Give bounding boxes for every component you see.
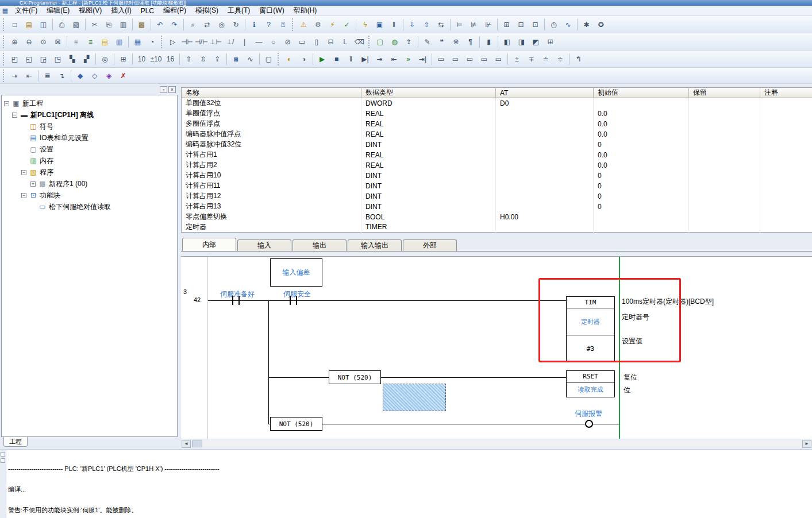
table-row[interactable]: 单圈值浮点REAL0.0 xyxy=(182,109,812,119)
cell-retain[interactable] xyxy=(689,150,760,160)
cell-name[interactable]: 计算占用12 xyxy=(182,191,361,202)
print-preview-icon[interactable]: ▧ xyxy=(70,18,83,31)
tree-item-memory[interactable]: ▥ 内存 xyxy=(2,155,177,167)
table-row[interactable]: 计算占用11DINT0 xyxy=(182,181,812,191)
horizontal-scrollbar[interactable]: ◄ ► xyxy=(181,439,812,448)
plc-settings-icon[interactable]: ⊡ xyxy=(529,18,542,31)
options-icon[interactable]: ✱ xyxy=(580,18,593,31)
monitor-view-icon[interactable]: ⊞ xyxy=(117,53,130,65)
cell-name[interactable]: 计算占用11 xyxy=(182,181,361,191)
menu-insert[interactable]: 插入(I) xyxy=(106,6,136,16)
compare-with-plc-icon[interactable]: ⇆ xyxy=(434,18,448,31)
table-row[interactable]: 单圈值32位DWORDD0 xyxy=(182,98,812,109)
table-row[interactable]: 计算占用2REAL0.0 xyxy=(182,160,812,171)
collapse-icon[interactable]: − xyxy=(12,113,17,118)
clear-marks-icon[interactable]: ✗ xyxy=(117,69,130,82)
menu-tools[interactable]: 工具(T) xyxy=(223,6,255,16)
address-list-icon[interactable]: ≣ xyxy=(41,69,54,82)
tab-internal[interactable]: 内部 xyxy=(182,238,236,251)
pause-monitor-icon[interactable]: ‖ xyxy=(387,18,401,31)
closed-contact-tool-icon[interactable]: ⊣/⊢ xyxy=(195,36,208,48)
column-header-retain[interactable]: 保留 xyxy=(689,88,760,98)
hex-monitor-icon[interactable]: 16 xyxy=(164,53,177,65)
work-area2-icon[interactable]: ▭ xyxy=(449,53,462,65)
watch-icon[interactable]: ◔ xyxy=(145,36,159,48)
toolbar-grip[interactable] xyxy=(3,18,6,31)
save-icon[interactable]: ◫ xyxy=(37,18,50,31)
cell-name[interactable]: 计算占用10 xyxy=(182,171,361,181)
annotation-tool-icon[interactable]: ※ xyxy=(449,36,463,48)
cell-at[interactable] xyxy=(496,171,594,181)
cell-comment[interactable] xyxy=(760,150,812,160)
sim-step-out-icon[interactable]: ⇤ xyxy=(387,53,401,65)
toolbar-grip[interactable] xyxy=(292,18,295,31)
cell-init[interactable]: 0.0 xyxy=(594,129,689,140)
sim-stop-icon[interactable]: ■ xyxy=(330,53,343,65)
indent-icon[interactable]: ⇥ xyxy=(8,69,21,82)
label-tool-icon[interactable]: L xyxy=(338,36,352,48)
differential-monitor-icon[interactable]: ± xyxy=(510,53,524,65)
menu-edit[interactable]: 编辑(E) xyxy=(42,6,74,16)
find-icon[interactable]: ⌕ xyxy=(186,18,199,31)
cell-at[interactable] xyxy=(496,202,594,212)
cell-type[interactable]: DINT xyxy=(361,181,496,191)
tab-external[interactable]: 外部 xyxy=(403,239,457,251)
cell-retain[interactable] xyxy=(689,191,760,202)
memory-view-icon[interactable]: ⊟ xyxy=(514,18,528,31)
fb-parameter-tool-icon[interactable]: ⊟ xyxy=(324,36,337,48)
workspace-close-button[interactable]: × xyxy=(168,86,176,93)
output-log[interactable]: -------------------------- PLC: '新PLC1' … xyxy=(8,451,810,517)
column-header-initial-value[interactable]: 初始值 xyxy=(594,88,689,98)
cell-at[interactable] xyxy=(496,109,594,119)
cell-init[interactable] xyxy=(594,98,689,109)
plc-clock-icon[interactable]: ◷ xyxy=(547,18,560,31)
tree-item-symbols[interactable]: ◫ 符号 xyxy=(2,121,177,132)
output-next-icon[interactable] xyxy=(1,458,5,463)
cell-comment[interactable] xyxy=(760,119,812,129)
cell-retain[interactable] xyxy=(689,140,760,150)
find-bit-icon[interactable]: ◆ xyxy=(74,69,87,82)
update-fb-icon[interactable]: ⇪ xyxy=(402,36,415,48)
cell-retain[interactable] xyxy=(689,160,760,171)
menu-program[interactable]: 编程(P) xyxy=(159,6,191,16)
horizontal-line-tool-icon[interactable]: — xyxy=(252,36,265,48)
cell-retain[interactable] xyxy=(689,202,760,212)
copy-icon[interactable]: ⎘ xyxy=(102,18,116,31)
cell-init[interactable]: 0.0 xyxy=(594,160,689,171)
sim-continuous-step-icon[interactable]: » xyxy=(402,53,415,65)
force-off-icon[interactable]: ⊭ xyxy=(467,18,480,31)
toggle-output-window-icon[interactable]: ◱ xyxy=(22,53,36,65)
cell-retain[interactable] xyxy=(689,222,760,233)
clipboard-selection-area[interactable] xyxy=(383,384,446,411)
cell-init[interactable]: 0 xyxy=(594,202,689,212)
sim-step-in-icon[interactable]: ⇥ xyxy=(373,53,386,65)
cross-reference-icon[interactable]: ↻ xyxy=(229,18,243,31)
toggle-io-comment-icon[interactable]: ▞ xyxy=(80,53,93,65)
properties-icon[interactable]: ℹ xyxy=(248,18,261,31)
not-instruction-box[interactable]: NOT (520) xyxy=(329,370,381,384)
cell-name[interactable]: 计算占用13 xyxy=(182,202,361,212)
work-area1-icon[interactable]: ▭ xyxy=(434,53,448,65)
table-row[interactable]: 零点偏差切换BOOLH0.00 xyxy=(182,212,812,222)
cell-type[interactable]: DWORD xyxy=(361,98,496,109)
open-file-icon[interactable]: ▤ xyxy=(22,18,36,31)
set-value-icon[interactable]: ⇧ xyxy=(182,53,195,65)
cell-at[interactable] xyxy=(496,140,594,150)
column-header-data-type[interactable]: 数据类型 xyxy=(361,88,496,98)
menu-window[interactable]: 窗口(W) xyxy=(255,6,288,16)
library-icon[interactable]: ▩ xyxy=(135,18,148,31)
cell-name[interactable]: 编码器脉冲值32位 xyxy=(182,140,361,150)
watch-add-icon[interactable]: ◈ xyxy=(102,69,116,82)
cell-init[interactable]: 0 xyxy=(594,181,689,191)
cell-at[interactable] xyxy=(496,150,594,160)
cell-at[interactable] xyxy=(496,191,594,202)
table-row[interactable]: 多圈值浮点REAL0.0 xyxy=(182,119,812,129)
sim-step-run-icon[interactable]: ▶| xyxy=(359,53,372,65)
or-open-contact-tool-icon[interactable]: ⊥⊢ xyxy=(209,36,222,48)
cell-type[interactable]: DINT xyxy=(361,140,496,150)
sim-online-icon[interactable]: ◐ xyxy=(283,53,296,65)
scroll-right-button[interactable]: ► xyxy=(802,440,811,448)
cell-init[interactable] xyxy=(594,212,689,222)
expand-icon[interactable]: + xyxy=(30,181,36,187)
transfer-step-icon[interactable]: ⇪ xyxy=(211,53,224,65)
